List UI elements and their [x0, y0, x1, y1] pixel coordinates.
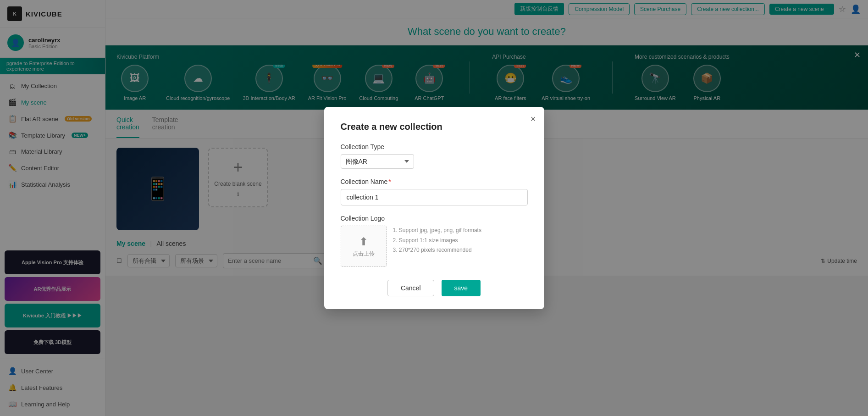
collection-logo-label: Collection Logo [341, 215, 528, 222]
upload-hint-2: 2. Support 1:1 size images [393, 236, 481, 246]
upload-row: ⬆ 点击上传 1. Support jpg, jpeg, png, gif fo… [341, 226, 528, 267]
upload-text: 点击上传 [353, 250, 375, 258]
modal-backdrop: Create a new collection × Collection Typ… [0, 0, 868, 416]
collection-type-label: Collection Type [341, 143, 528, 150]
collection-type-select[interactable]: 图像AR [341, 154, 414, 169]
upload-icon: ⬆ [359, 235, 368, 248]
upload-hint-3: 3. 270*270 pixels recommended [393, 245, 481, 255]
cancel-button[interactable]: Cancel [387, 280, 434, 296]
create-collection-modal: Create a new collection × Collection Typ… [324, 107, 544, 309]
modal-close-button[interactable]: × [531, 114, 536, 123]
collection-name-group: Collection Name* [341, 178, 528, 205]
required-asterisk: * [388, 178, 391, 185]
upload-area[interactable]: ⬆ 点击上传 [341, 226, 387, 267]
collection-name-input[interactable] [341, 189, 528, 205]
upload-hint-1: 1. Support jpg, jpeg, png, gif formats [393, 226, 481, 236]
collection-type-group: Collection Type 图像AR [341, 143, 528, 169]
save-button[interactable]: save [442, 280, 481, 296]
collection-name-label: Collection Name* [341, 178, 528, 185]
upload-hints: 1. Support jpg, jpeg, png, gif formats 2… [393, 226, 481, 255]
modal-title: Create a new collection [341, 122, 528, 132]
collection-logo-group: Collection Logo ⬆ 点击上传 1. Support jpg, j… [341, 215, 528, 267]
modal-footer: Cancel save [341, 280, 528, 296]
